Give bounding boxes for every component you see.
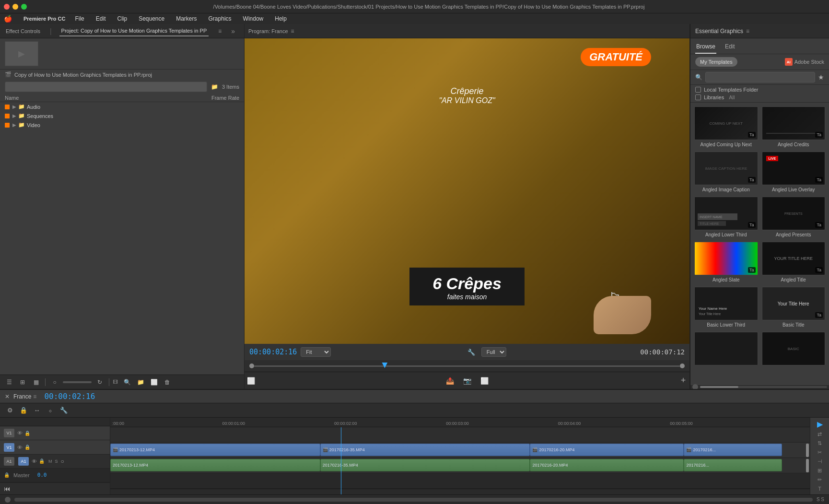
- eg-menu-btn[interactable]: ≡: [746, 28, 749, 35]
- clip-block[interactable]: 20170216-35.MP4: [320, 459, 530, 471]
- local-templates-checkbox[interactable]: [695, 87, 701, 93]
- list-item[interactable]: ▶ 📁 Audio: [0, 102, 244, 111]
- menu-clip[interactable]: Clip: [115, 14, 129, 23]
- play-back-btn[interactable]: 📤: [444, 375, 455, 387]
- v1-toggle[interactable]: V1: [4, 429, 14, 437]
- folder-btn[interactable]: 📁: [135, 377, 146, 387]
- clip-block[interactable]: 20170216-20.MP4: [530, 459, 684, 471]
- panel-expand[interactable]: »: [231, 27, 235, 35]
- template-angled-slate[interactable]: Ta Angled Slate: [694, 242, 758, 283]
- refresh-btn[interactable]: ↻: [94, 377, 105, 387]
- tl-type-btn[interactable]: T: [815, 485, 825, 492]
- tab-project[interactable]: Project: Copy of How to Use Motion Graph…: [59, 26, 209, 36]
- fit-dropdown[interactable]: Fit 25% 50% 75% 100%: [301, 347, 331, 357]
- tab-browse[interactable]: Browse: [695, 41, 716, 54]
- tl-extend-btn[interactable]: ⊣: [815, 458, 825, 465]
- template-angled-presents[interactable]: PRESENTS Ta Angled Presents: [762, 197, 826, 238]
- menu-markers[interactable]: Markers: [174, 14, 198, 23]
- apple-menu[interactable]: 🍎: [4, 15, 12, 23]
- delete-btn[interactable]: 🗑: [162, 377, 173, 387]
- search-project-btn[interactable]: 🔍: [122, 377, 132, 387]
- clip-block[interactable]: 🎬 20170216-35.MP4: [320, 444, 530, 456]
- template-angled-live-overlay[interactable]: LIVE Ta Angled Live Overlay: [762, 152, 826, 193]
- v1-sub-toggle[interactable]: V1: [4, 443, 14, 452]
- zoom-out-btn[interactable]: ○: [49, 377, 60, 387]
- project-tab-menu[interactable]: ≡: [218, 28, 222, 35]
- grid-view-btn[interactable]: ⊞: [17, 377, 28, 387]
- timeline-zoom-scroll[interactable]: [14, 498, 813, 502]
- list-item[interactable]: ▶ 📁 Video: [0, 120, 244, 129]
- playhead-marker[interactable]: [382, 363, 387, 368]
- minimize-button[interactable]: [12, 4, 18, 10]
- insert-btn[interactable]: ⬜: [479, 375, 490, 387]
- a1-toggle[interactable]: A1: [4, 457, 14, 466]
- template-bottom2[interactable]: BASIC: [762, 332, 826, 367]
- template-angled-lower-third[interactable]: INSERT NAME TITLE HERE Ta Angled Lower T…: [694, 197, 758, 238]
- tl-scissors-btn[interactable]: ✂: [815, 449, 825, 456]
- icon-view-btn[interactable]: ▦: [31, 377, 41, 387]
- tl-play-btn[interactable]: ▶: [813, 420, 827, 429]
- template-bottom1[interactable]: [694, 332, 758, 367]
- template-angled-image-caption[interactable]: IMAGE CAPTION HERE Ta Angled Image Capti…: [694, 152, 758, 193]
- mac-window-controls[interactable]: [4, 4, 27, 10]
- tab-edit[interactable]: Edit: [724, 41, 736, 54]
- zoom-slider[interactable]: [63, 381, 92, 383]
- close-button[interactable]: [4, 4, 10, 10]
- v1-sub-lock[interactable]: 🔒: [24, 445, 30, 450]
- template-angled-credits[interactable]: Ta Angled Credits: [762, 106, 826, 148]
- clip-block[interactable]: 20170216...: [684, 459, 782, 471]
- go-to-start-btn[interactable]: ⏮: [4, 485, 11, 492]
- timeline-close-btn[interactable]: ✕: [5, 393, 10, 400]
- clip-block[interactable]: 🎬 20170216...: [684, 444, 782, 456]
- menu-window[interactable]: Window: [241, 14, 266, 23]
- my-templates-btn[interactable]: My Templates: [695, 57, 737, 67]
- adobe-stock-btn[interactable]: Ai Adobe Stock: [785, 58, 824, 66]
- timeline-menu-btn[interactable]: ≡: [33, 393, 36, 400]
- tl-nudge2-btn[interactable]: ⇅: [815, 440, 825, 447]
- tl-marker-btn[interactable]: ⬦: [45, 405, 56, 416]
- project-search-input[interactable]: [5, 82, 207, 92]
- tl-edit-type-btn[interactable]: ⊞: [815, 467, 825, 474]
- tab-effect-controls[interactable]: Effect Controls: [4, 26, 42, 36]
- scroll-track[interactable]: [700, 386, 827, 388]
- template-basic-title[interactable]: Your Title Here Ta Basic Title: [762, 287, 826, 328]
- a1-vol-knob[interactable]: ○: [61, 458, 64, 465]
- monitor-zoom-btn[interactable]: ⬜: [245, 375, 257, 387]
- eg-search-input[interactable]: [705, 72, 815, 82]
- scroll-thumb[interactable]: [700, 386, 738, 388]
- list-item[interactable]: ▶ 📁 Sequences: [0, 111, 244, 120]
- libraries-checkbox[interactable]: [695, 94, 701, 100]
- template-angled-coming-up-next[interactable]: COMING UP NEXT Ta Angled Coming Up Next: [694, 106, 758, 148]
- a1-sub-toggle[interactable]: A1: [18, 457, 29, 466]
- expand-icon[interactable]: ▶: [12, 122, 16, 128]
- new-bin-button[interactable]: 📁: [211, 83, 218, 90]
- tl-ripple-btn[interactable]: ⚙: [5, 405, 15, 416]
- expand-icon[interactable]: ▶: [12, 104, 16, 109]
- menu-help[interactable]: Help: [273, 14, 289, 23]
- tl-pen-btn[interactable]: ✏: [815, 476, 825, 483]
- wrench-btn[interactable]: 🔧: [465, 346, 478, 358]
- scrub-line[interactable]: [254, 365, 680, 367]
- quality-dropdown[interactable]: Full 1/2 1/4: [481, 347, 506, 357]
- expand-icon[interactable]: ▶: [12, 113, 16, 118]
- favorites-btn[interactable]: ★: [818, 73, 824, 81]
- new-bin-btn2[interactable]: ⬜: [149, 377, 159, 387]
- menu-graphics[interactable]: Graphics: [207, 14, 234, 23]
- a1-eye[interactable]: 👁: [32, 458, 37, 464]
- menu-sequence[interactable]: Sequence: [137, 14, 166, 23]
- list-view-btn[interactable]: ☰: [4, 377, 14, 387]
- v1-sub-eye[interactable]: 👁: [17, 445, 23, 450]
- timeline-playhead[interactable]: [341, 427, 341, 494]
- template-angled-title[interactable]: YOUR TITLE HERE Ta Angled Title: [762, 242, 826, 283]
- menu-file[interactable]: File: [73, 14, 86, 23]
- eg-scrollbar[interactable]: [690, 385, 829, 389]
- clip-block[interactable]: 🎬 20170213-12.MP4: [110, 444, 320, 456]
- maximize-button[interactable]: [21, 4, 27, 10]
- clip-block[interactable]: 20170213-12.MP4: [110, 459, 320, 471]
- a1-lock[interactable]: 🔒: [39, 458, 45, 464]
- zoom-minus-btn[interactable]: [5, 497, 11, 503]
- v1-eye[interactable]: 👁: [17, 430, 23, 436]
- tl-lock-btn[interactable]: 🔒: [18, 405, 29, 416]
- template-basic-lower-third[interactable]: Your Name Here Your Title Here Basic Low…: [694, 287, 758, 328]
- monitor-scrub[interactable]: [245, 360, 689, 372]
